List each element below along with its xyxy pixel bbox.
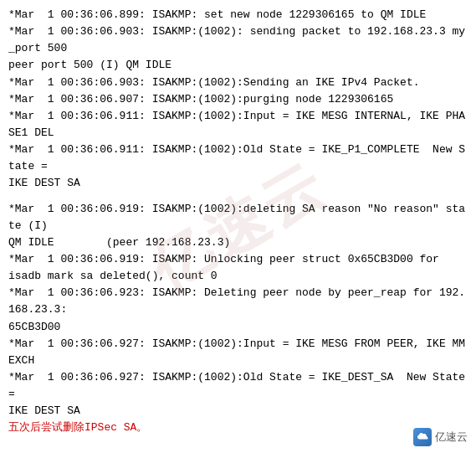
log-lines: *Mar 1 00:36:06.899: ISAKMP: set new nod… xyxy=(8,7,468,437)
log-line: *Mar 1 00:36:06.927: ISAKMP:(1002):Old S… xyxy=(8,369,468,420)
log-line: *Mar 1 00:36:06.907: ISAKMP:(1002):purgi… xyxy=(8,91,468,108)
logo-area: 亿速云 xyxy=(413,428,468,446)
cloud-icon xyxy=(416,430,429,444)
cloud-logo-icon xyxy=(413,428,432,446)
log-spacer xyxy=(8,193,468,201)
logo-text: 亿速云 xyxy=(435,430,468,445)
log-line: *Mar 1 00:36:06.919: ISAKMP:(1002):delet… xyxy=(8,201,468,251)
log-container: 亿速云 *Mar 1 00:36:06.899: ISAKMP: set new… xyxy=(0,0,476,453)
log-line: *Mar 1 00:36:06.923: ISAKMP: Deleting pe… xyxy=(8,285,468,335)
log-line: *Mar 1 00:36:06.903: ISAKMP:(1002):Sendi… xyxy=(8,75,468,91)
log-line: 五次后尝试删除IPSec SA。 xyxy=(8,420,468,436)
log-line: *Mar 1 00:36:06.903: ISAKMP:(1002): send… xyxy=(8,23,468,74)
log-line: *Mar 1 00:36:06.919: ISAKMP: Unlocking p… xyxy=(8,251,468,285)
log-line: *Mar 1 00:36:06.899: ISAKMP: set new nod… xyxy=(8,7,468,23)
log-line: *Mar 1 00:36:06.911: ISAKMP:(1002):Old S… xyxy=(8,142,468,192)
log-line: *Mar 1 00:36:06.927: ISAKMP:(1002):Input… xyxy=(8,336,468,369)
log-line: *Mar 1 00:36:06.911: ISAKMP:(1002):Input… xyxy=(8,108,468,142)
